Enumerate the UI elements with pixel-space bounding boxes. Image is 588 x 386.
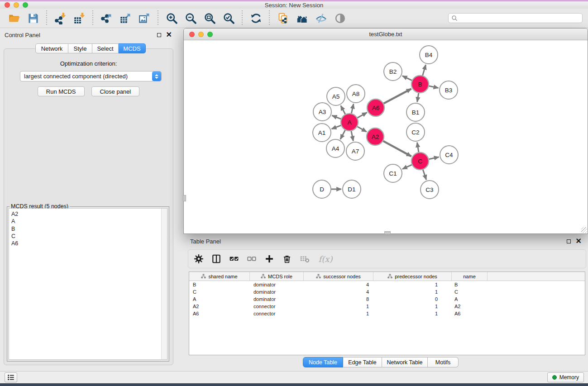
node-B[interactable]: B [411,76,429,93]
zoom-selected-button[interactable] [220,10,237,26]
task-history-button[interactable] [5,372,17,382]
mcds-result-item[interactable]: B [11,225,167,233]
node-A6[interactable]: A6 [367,99,384,116]
table-row[interactable]: A2connector11A2 [189,303,585,310]
node-A8[interactable]: A8 [347,85,365,103]
export-table-button[interactable] [117,10,134,26]
close-table-panel-icon[interactable]: ✕ [576,239,582,243]
network-zoom-button[interactable] [207,32,213,37]
node-A5[interactable]: A5 [327,87,345,105]
edge-A-A4[interactable] [340,130,345,139]
edge-A2-C[interactable] [383,141,411,157]
clone-network-button[interactable] [275,10,291,26]
column-header-MCDS-role[interactable]: MCDS role [250,272,304,281]
column-header-name[interactable]: name [452,272,488,281]
import-table-button[interactable] [71,10,87,26]
edge-C-C3[interactable] [423,170,426,180]
node-B4[interactable]: B4 [420,46,438,64]
edge-A-A6[interactable] [358,113,367,118]
mcds-result-item[interactable]: A2 [11,210,167,218]
network-canvas[interactable]: B4B2BB3A8A5A6A3B1AA1C2A2A4A7C4CC1C3DD1 [184,40,588,234]
edge-A-A2[interactable] [357,127,366,132]
tab-mcds[interactable]: MCDS [119,43,146,53]
network-minimize-button[interactable] [198,32,204,37]
export-image-button[interactable] [136,10,153,26]
edge-A6-B[interactable] [384,89,411,103]
network-resize-grip[interactable] [581,227,587,233]
zoom-out-button[interactable] [182,10,199,26]
edge-A-A3[interactable] [332,115,341,119]
node-A3[interactable]: A3 [313,103,331,121]
open-session-button[interactable] [6,10,22,26]
mcds-list-scrollbar[interactable] [161,209,167,359]
close-window-button[interactable] [5,2,10,8]
node-C[interactable]: C [411,152,429,170]
node-C4[interactable]: C4 [440,146,458,164]
node-D1[interactable]: D1 [343,180,361,198]
node-C2[interactable]: C2 [406,123,425,141]
memory-button[interactable]: Memory [547,372,584,382]
tab-node-table[interactable]: Node Table [303,357,343,367]
node-D[interactable]: D [313,180,331,198]
close-panel-icon[interactable]: ✕ [166,33,172,37]
float-table-panel-icon[interactable] [567,239,571,243]
close-panel-button[interactable]: Close panel [91,86,140,96]
zoom-window-button[interactable] [23,2,28,8]
first-neighbors-button[interactable] [294,10,310,26]
mcds-result-item[interactable]: A6 [11,240,167,247]
node-A4[interactable]: A4 [326,139,344,157]
node-B2[interactable]: B2 [384,62,402,81]
column-header-shared-name[interactable]: shared name [189,272,250,281]
edge-A-A7[interactable] [351,131,353,141]
table-row[interactable]: Cdominator41C [189,288,585,295]
criterion-dropdown[interactable]: largest connected component (directed) [20,71,162,81]
export-network-button[interactable] [98,10,115,26]
edge-B-B2[interactable] [402,76,412,81]
network-vscroll-thumb[interactable] [183,195,186,201]
mcds-result-list[interactable]: A2ABCA6 [9,208,167,360]
node-B3[interactable]: B3 [440,81,458,99]
edge-A-A1[interactable] [332,125,341,129]
tab-motifs[interactable]: Motifs [428,357,459,367]
network-hscroll-thumb[interactable] [384,231,391,234]
delete-column-button[interactable] [281,253,293,265]
select-all-rows-button[interactable] [228,253,240,265]
column-header-predecessor-nodes[interactable]: predecessor nodes [373,272,452,281]
table-row[interactable]: Bdominator41B [189,281,585,288]
save-session-button[interactable] [25,10,41,26]
show-all-button[interactable] [332,10,348,26]
minimize-window-button[interactable] [14,2,19,8]
tab-network[interactable]: Network [35,43,68,53]
table-settings-button[interactable] [193,253,205,265]
network-close-button[interactable] [189,32,195,37]
edge-B-B3[interactable] [429,86,439,88]
tab-style[interactable]: Style [68,43,92,53]
float-panel-icon[interactable] [157,33,161,37]
mcds-result-item[interactable]: C [11,233,167,240]
mcds-result-item[interactable]: A [11,218,167,225]
tab-network-table[interactable]: Network Table [382,357,428,367]
search-input[interactable] [448,13,583,23]
apply-layout-button[interactable] [248,10,264,26]
run-mcds-button[interactable]: Run MCDS [38,86,85,96]
network-window-titlebar[interactable]: testGlobe.txt [184,29,588,40]
edge-C-C2[interactable] [417,143,419,152]
node-C1[interactable]: C1 [384,164,402,182]
column-header-successor-nodes[interactable]: successor nodes [304,272,373,281]
add-column-button[interactable] [263,253,275,265]
node-A[interactable]: A [341,114,358,131]
node-B1[interactable]: B1 [406,103,425,121]
table-row[interactable]: A6connector11A6 [189,310,585,317]
zoom-in-button[interactable] [163,10,180,26]
edge-A-A5[interactable] [341,105,345,114]
node-A7[interactable]: A7 [346,142,364,160]
edge-B-B1[interactable] [417,93,419,102]
import-network-button[interactable] [52,10,68,26]
tab-select[interactable]: Select [92,43,119,53]
node-A2[interactable]: A2 [367,128,384,145]
node-C3[interactable]: C3 [421,181,439,199]
table-row[interactable]: Adominator80A [189,295,585,303]
tab-edge-table[interactable]: Edge Table [343,357,382,367]
show-columns-button[interactable] [210,253,222,265]
hide-selected-button[interactable] [313,10,329,26]
